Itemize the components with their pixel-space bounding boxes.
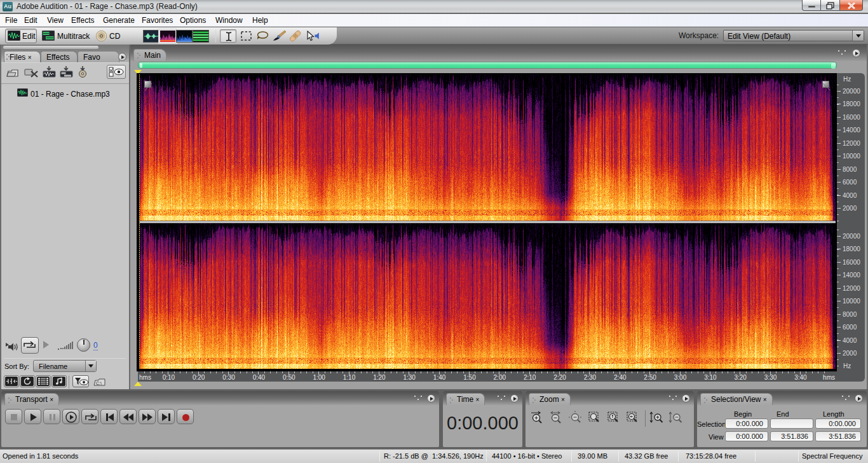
svg-text:C:\: C:\ [96, 381, 102, 385]
